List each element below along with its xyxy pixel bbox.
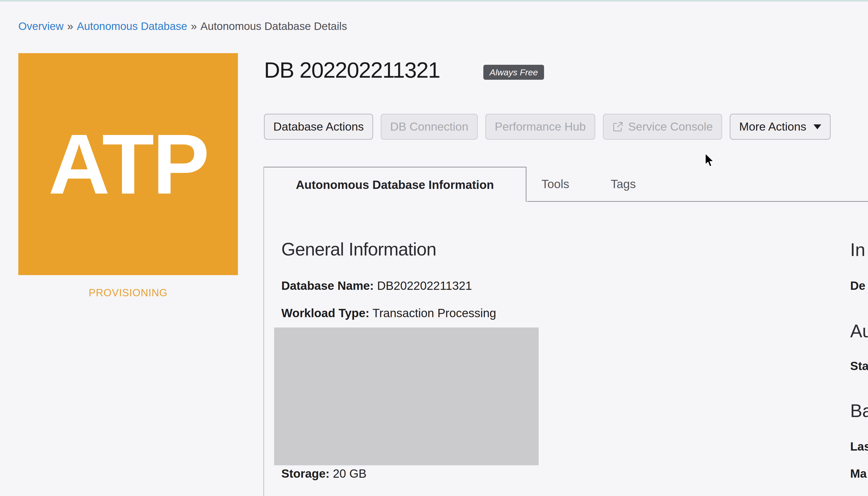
database-name-field: Database Name: DB202202211321	[281, 279, 472, 293]
general-information-heading: General Information	[281, 239, 436, 260]
db-connection-button[interactable]: DB Connection	[381, 114, 478, 140]
breadcrumb-current-page: Autonomous Database Details	[200, 20, 347, 32]
clipped-field-label-ma: Ma	[850, 467, 867, 481]
mouse-cursor	[705, 153, 715, 168]
tab-autonomous-database-information[interactable]: Autonomous Database Information	[264, 167, 526, 202]
storage-label: Storage:	[281, 467, 330, 480]
workload-type-field: Workload Type: Transaction Processing	[281, 306, 496, 320]
tab-tags[interactable]: Tags	[611, 167, 636, 201]
toolbar: Database Actions DB Connection Performan…	[264, 114, 830, 140]
provisioning-status: PROVISIONING	[18, 287, 238, 298]
atp-tile-label: ATP	[48, 122, 208, 207]
breadcrumb-link-overview[interactable]: Overview	[18, 20, 63, 32]
clipped-field-label-sta: Sta	[850, 359, 868, 373]
database-name-label: Database Name:	[281, 279, 374, 292]
database-name-value: DB202202211321	[377, 279, 472, 292]
page-title: DB 202202211321	[264, 57, 440, 83]
redacted-image-placeholder	[274, 327, 539, 465]
more-actions-button[interactable]: More Actions	[730, 114, 830, 140]
clipped-section-heading-in: In	[850, 239, 865, 260]
performance-hub-button[interactable]: Performance Hub	[485, 114, 595, 140]
clipped-field-label-de: De	[850, 279, 865, 293]
breadcrumb-separator: »	[191, 20, 197, 32]
atp-tile: ATP	[18, 53, 238, 275]
caret-down-icon	[813, 124, 821, 129]
clipped-section-heading-au: Au	[850, 321, 868, 341]
more-actions-label: More Actions	[739, 120, 806, 134]
service-console-label: Service Console	[628, 120, 713, 134]
external-link-icon	[612, 121, 624, 133]
breadcrumb: Overview»Autonomous Database»Autonomous …	[18, 20, 347, 32]
storage-field: Storage: 20 GB	[281, 467, 366, 481]
panel-left-border	[264, 202, 264, 496]
always-free-badge: Always Free	[483, 65, 544, 80]
service-console-button[interactable]: Service Console	[603, 114, 722, 140]
breadcrumb-separator: »	[67, 20, 73, 32]
clipped-field-label-las: Las	[850, 439, 868, 453]
tab-tools[interactable]: Tools	[541, 167, 569, 201]
tab-underline	[527, 201, 868, 202]
breadcrumb-link-autonomous-database[interactable]: Autonomous Database	[77, 20, 187, 32]
top-accent-bar	[0, 0, 868, 2]
workload-type-value: Transaction Processing	[373, 306, 496, 320]
database-actions-button[interactable]: Database Actions	[264, 114, 373, 140]
storage-value: 20 GB	[333, 467, 366, 480]
workload-type-label: Workload Type:	[281, 306, 370, 320]
clipped-section-heading-ba: Ba	[850, 401, 868, 421]
